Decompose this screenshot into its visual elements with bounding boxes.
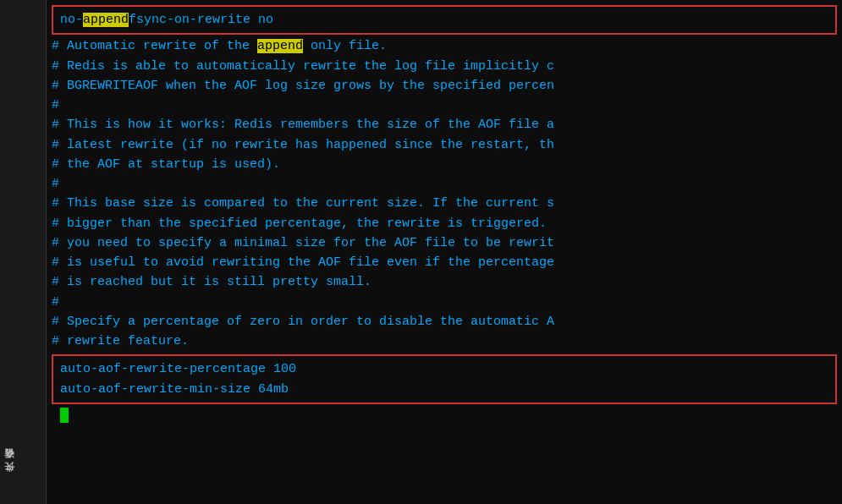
comment-line-8: # [52, 174, 837, 194]
comment-line-11: # you need to specify a minimal size for… [52, 233, 837, 253]
bottom-code-box: auto-aof-rewrite-percentage 100 auto-aof… [52, 354, 837, 404]
highlight-append-comment: append [257, 39, 303, 53]
editor-area: no-appendfsync-on-rewrite no # Automatic… [47, 0, 842, 504]
comment-line-15: # Specify a percentage of zero in order … [52, 312, 837, 331]
comment-line-3: # BGREWRITEAOF when the AOF log size gro… [52, 76, 837, 96]
top-code-box: no-appendfsync-on-rewrite no [52, 5, 837, 35]
text-cursor [60, 408, 69, 423]
comment-line-14: # [52, 293, 837, 312]
comment-line-13: # is reached but it is still pretty smal… [52, 272, 837, 292]
comment-line-6: # latest rewrite (if no rewrite has happ… [52, 135, 837, 155]
sidebar-item-folders[interactable]: 件夹 [0, 474, 46, 487]
sidebar-item-conversations[interactable]: 有会话 [0, 460, 46, 474]
comment-line-7: # the AOF at startup is used). [52, 155, 837, 174]
main-container: 有会话 件夹 no-appendfsync-on-rewrite no # Au… [0, 0, 842, 504]
comment-line-10: # bigger than the specified percentage, … [52, 214, 837, 233]
bottom-code-line-1: auto-aof-rewrite-percentage 100 [60, 359, 828, 379]
comment-line-5: # This is how it works: Redis remembers … [52, 115, 837, 134]
highlight-append-top: append [83, 13, 129, 27]
bottom-code-line-2: auto-aof-rewrite-min-size 64mb [60, 380, 828, 399]
cursor-line [58, 408, 842, 423]
top-code-line: no-appendfsync-on-rewrite no [60, 10, 828, 30]
comment-line-4: # [52, 96, 837, 115]
comment-line-9: # This base size is compared to the curr… [52, 194, 837, 213]
comment-line-16: # rewrite feature. [52, 331, 837, 351]
comment-line-1: # Automatic rewrite of the append only f… [52, 36, 837, 56]
comments-section: # Automatic rewrite of the append only f… [47, 36, 842, 351]
comment-line-12: # is useful to avoid rewriting the AOF f… [52, 253, 837, 272]
sidebar: 有会话 件夹 [0, 0, 47, 504]
comment-line-2: # Redis is able to automatically rewrite… [52, 57, 837, 76]
